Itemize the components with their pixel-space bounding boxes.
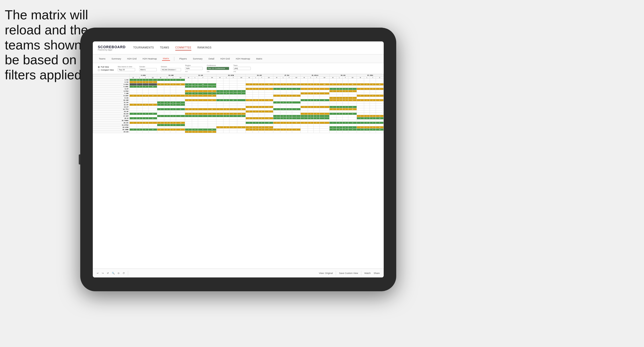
reset-button[interactable]: ↺ xyxy=(107,272,109,274)
save-custom-button[interactable]: Save Custom View xyxy=(339,272,358,274)
team-select[interactable]: (All) xyxy=(233,67,251,70)
cell-r0-c3-2 xyxy=(229,79,237,81)
cell-r17-c2-3 xyxy=(208,117,216,120)
cell-r17-c4-3: 10 xyxy=(265,117,273,120)
cell-r1-c1-2 xyxy=(170,81,176,83)
cell-r16-c0-2 xyxy=(143,115,149,117)
watch-button[interactable]: Watch xyxy=(364,272,371,274)
undo-button[interactable]: ↩ xyxy=(97,272,99,274)
redo-button[interactable]: ↪ xyxy=(102,272,104,274)
share-button[interactable]: Share xyxy=(374,272,380,274)
timer-button[interactable]: ⏱ xyxy=(123,272,125,274)
nav-tournaments[interactable]: TOURNAMENTS xyxy=(133,45,154,50)
cell-r5-c2-2: 0 xyxy=(198,90,208,92)
tab-players[interactable]: Players xyxy=(178,57,188,61)
cell-r20-c0-1 xyxy=(137,124,143,126)
cell-r2-c3-2 xyxy=(229,83,237,86)
cell-r1-c2-2 xyxy=(198,81,208,83)
cell-r19-c8-1: 0 xyxy=(364,122,370,124)
cell-r16-c8-3: 13 xyxy=(376,115,383,117)
cell-r8-c2-2 xyxy=(198,97,208,99)
tab-h2h-heatmap[interactable]: H2H Heatmap xyxy=(142,57,158,61)
zoom-search-button[interactable]: 🔍 xyxy=(112,272,115,274)
tablet-side-button[interactable] xyxy=(79,154,80,164)
cell-r13-c6-1 xyxy=(308,108,314,110)
cell-r13-c8-0 xyxy=(357,108,364,110)
cell-r6-c4-0 xyxy=(246,92,253,95)
compact-view-radio-button[interactable] xyxy=(98,69,100,71)
cell-r6-c7-0 xyxy=(329,92,336,95)
cell-r9-c5-2 xyxy=(286,99,292,101)
tab-summary[interactable]: Summary xyxy=(111,57,122,61)
region-select[interactable]: N/A East West xyxy=(185,67,203,70)
cell-r0-c2-2 xyxy=(198,79,208,81)
conference-select[interactable]: Pac-12 Conference (All) xyxy=(207,67,229,70)
cell-r22-c8-0: 1 xyxy=(357,129,364,131)
cell-r13-c5-3: 0 xyxy=(292,108,301,110)
cell-r15-c5-3 xyxy=(292,113,301,115)
cell-r9-c8-0: 1 xyxy=(357,99,364,101)
tab-players-h2h-grid[interactable]: H2H Grid xyxy=(219,57,231,61)
tab-h2h-grid[interactable]: H2H Grid xyxy=(126,57,138,61)
sub-l-7: L xyxy=(308,77,314,79)
cell-r14-c5-0 xyxy=(273,110,280,113)
tab-players-matrix[interactable]: Matrix xyxy=(255,57,263,61)
tab-teams[interactable]: Teams xyxy=(98,57,107,61)
cell-r2-c2-0: 5 xyxy=(185,83,192,86)
cell-r8-c4-2 xyxy=(259,97,265,99)
cell-r22-c1-0: 0 xyxy=(157,129,164,131)
cell-r23-c7-3 xyxy=(348,131,357,133)
cell-r6-c7-2 xyxy=(342,92,348,95)
nav-rankings[interactable]: RANKINGS xyxy=(197,45,211,50)
cell-r5-c7-3: 0 xyxy=(348,90,357,92)
cell-r18-c1-2 xyxy=(170,120,176,122)
cell-r5-c7-1: 1 xyxy=(337,90,343,92)
tab-matrix[interactable]: Matrix xyxy=(162,57,170,61)
cell-r11-c5-0 xyxy=(273,104,280,106)
cell-r19-c6-2: 0 xyxy=(314,122,320,124)
cell-r13-c1-2: 1 xyxy=(170,108,176,110)
division-select[interactable]: NCAA Division I NCAA Division II NCAA Di… xyxy=(161,68,181,71)
max-teams-select[interactable]: Top 25 Top 50 All xyxy=(118,68,135,71)
cell-r16-c4-1 xyxy=(253,115,259,117)
cell-r12-c7-0: 2 xyxy=(329,106,336,108)
cell-r22-c6-2 xyxy=(314,129,320,131)
cell-r10-c3-2 xyxy=(229,101,237,104)
full-view-radio-button[interactable] xyxy=(98,66,100,68)
cell-r19-c6-3: 0 xyxy=(319,122,329,124)
logo-area: SCOREBOARD Powered by clippd xyxy=(98,45,126,51)
cell-r13-c8-2 xyxy=(370,108,376,110)
full-view-radio[interactable]: Full View xyxy=(98,66,114,68)
cell-r15-c1-3 xyxy=(176,113,185,115)
matrix-wrapper[interactable]: 3. ASU 10. UW 11. UA 22. UCB 24. UO 27. … xyxy=(93,74,384,268)
compact-view-radio[interactable]: Compact View xyxy=(98,69,114,71)
cell-r12-c3-3 xyxy=(237,106,246,108)
gender-select[interactable]: Men's Women's xyxy=(139,68,157,71)
view-original-button[interactable]: View: Original xyxy=(319,272,333,274)
tab-players-summary[interactable]: Summary xyxy=(192,57,204,61)
region-sub: N/A xyxy=(185,71,203,72)
center-button[interactable]: ⊙ xyxy=(118,272,120,274)
cell-r7-c6-2 xyxy=(314,95,320,97)
cell-r0-c7-2 xyxy=(342,79,348,81)
cell-r19-c2-3 xyxy=(208,122,216,124)
cell-r2-c2-3 xyxy=(208,83,216,86)
row-header-1: 2. VU xyxy=(93,81,130,83)
nav-committee[interactable]: COMMITTEE xyxy=(175,45,192,50)
cell-r7-c4-1 xyxy=(253,95,259,97)
cell-r9-c8-1: 4 xyxy=(364,99,370,101)
cell-r16-c6-1: 0 xyxy=(308,115,314,117)
cell-r11-c8-2 xyxy=(370,104,376,106)
cell-r4-c0-0 xyxy=(130,88,137,90)
tab-players-h2h-heatmap[interactable]: H2H Heatmap xyxy=(235,57,251,61)
cell-r10-c3-1 xyxy=(223,101,229,104)
tab-detail[interactable]: Detail xyxy=(208,57,215,61)
cell-r4-c7-2: 1 xyxy=(342,88,348,90)
table-row: 18. UI20011010101000100010013 xyxy=(93,117,384,120)
cell-r18-c4-1 xyxy=(253,120,259,122)
nav-teams[interactable]: TEAMS xyxy=(160,45,169,50)
cell-r3-c2-0: 1 xyxy=(185,86,192,88)
cell-r15-c0-0: 2 xyxy=(130,113,137,115)
cell-r13-c6-2 xyxy=(314,108,320,110)
cell-r0-c0-0: 2 xyxy=(130,79,137,81)
